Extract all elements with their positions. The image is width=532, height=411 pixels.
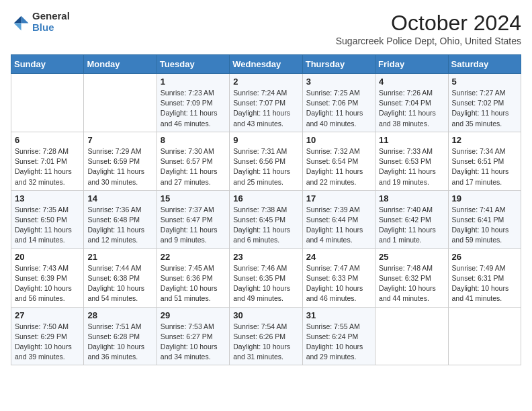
calendar-cell: 13Sunrise: 7:35 AM Sunset: 6:50 PM Dayli… [11,190,84,248]
calendar-cell: 31Sunrise: 7:55 AM Sunset: 6:24 PM Dayli… [302,307,375,365]
week-row-5: 27Sunrise: 7:50 AM Sunset: 6:29 PM Dayli… [11,307,521,365]
day-info: Sunrise: 7:44 AM Sunset: 6:38 PM Dayligh… [87,263,152,304]
day-info: Sunrise: 7:34 AM Sunset: 6:51 PM Dayligh… [452,146,517,187]
calendar-cell [448,307,521,365]
logo-text: General Blue [32,11,70,33]
day-number: 9 [233,135,298,145]
day-number: 28 [87,310,152,320]
day-info: Sunrise: 7:46 AM Sunset: 6:35 PM Dayligh… [233,263,298,304]
day-number: 24 [306,252,371,262]
logo-general-text: General [32,11,70,22]
day-number: 7 [87,135,152,145]
day-info: Sunrise: 7:28 AM Sunset: 7:01 PM Dayligh… [15,146,80,187]
calendar-cell: 28Sunrise: 7:51 AM Sunset: 6:28 PM Dayli… [84,307,157,365]
day-number: 25 [379,252,444,262]
day-number: 22 [161,252,226,262]
calendar-cell: 22Sunrise: 7:45 AM Sunset: 6:36 PM Dayli… [157,248,229,307]
day-info: Sunrise: 7:53 AM Sunset: 6:27 PM Dayligh… [161,322,226,363]
calendar-table: SundayMondayTuesdayWednesdayThursdayFrid… [11,54,521,365]
calendar-header: SundayMondayTuesdayWednesdayThursdayFrid… [11,55,521,74]
day-info: Sunrise: 7:40 AM Sunset: 6:42 PM Dayligh… [379,205,444,246]
logo: General Blue [11,11,70,33]
calendar-cell: 1Sunrise: 7:23 AM Sunset: 7:09 PM Daylig… [157,74,229,132]
calendar-cell [375,307,448,365]
week-row-2: 6Sunrise: 7:28 AM Sunset: 7:01 PM Daylig… [11,132,521,190]
calendar-cell: 23Sunrise: 7:46 AM Sunset: 6:35 PM Dayli… [230,248,302,307]
calendar-cell: 10Sunrise: 7:32 AM Sunset: 6:54 PM Dayli… [302,132,375,190]
calendar-cell [84,74,157,132]
calendar-cell: 16Sunrise: 7:38 AM Sunset: 6:45 PM Dayli… [230,190,302,248]
calendar-cell: 17Sunrise: 7:39 AM Sunset: 6:44 PM Dayli… [302,190,375,248]
day-info: Sunrise: 7:39 AM Sunset: 6:44 PM Dayligh… [306,205,371,246]
day-info: Sunrise: 7:45 AM Sunset: 6:36 PM Dayligh… [161,263,226,304]
day-number: 23 [233,252,298,262]
header-cell-monday: Monday [84,55,157,74]
day-number: 3 [306,77,371,87]
day-info: Sunrise: 7:24 AM Sunset: 7:07 PM Dayligh… [233,88,298,129]
day-info: Sunrise: 7:31 AM Sunset: 6:56 PM Dayligh… [233,146,298,187]
day-number: 21 [87,252,152,262]
day-info: Sunrise: 7:30 AM Sunset: 6:57 PM Dayligh… [161,146,226,187]
day-number: 17 [306,193,371,203]
day-number: 10 [306,135,371,145]
day-info: Sunrise: 7:48 AM Sunset: 6:32 PM Dayligh… [379,263,444,304]
calendar-cell: 9Sunrise: 7:31 AM Sunset: 6:56 PM Daylig… [230,132,302,190]
week-row-3: 13Sunrise: 7:35 AM Sunset: 6:50 PM Dayli… [11,190,521,248]
day-number: 5 [452,77,517,87]
calendar-cell: 4Sunrise: 7:26 AM Sunset: 7:04 PM Daylig… [375,74,448,132]
day-info: Sunrise: 7:23 AM Sunset: 7:09 PM Dayligh… [161,88,226,129]
day-number: 18 [379,193,444,203]
day-number: 26 [452,252,517,262]
calendar-cell: 30Sunrise: 7:54 AM Sunset: 6:26 PM Dayli… [230,307,302,365]
header-cell-sunday: Sunday [11,55,84,74]
calendar-cell: 26Sunrise: 7:49 AM Sunset: 6:31 PM Dayli… [448,248,521,307]
header-cell-thursday: Thursday [302,55,375,74]
calendar-cell: 7Sunrise: 7:29 AM Sunset: 6:59 PM Daylig… [84,132,157,190]
day-info: Sunrise: 7:47 AM Sunset: 6:33 PM Dayligh… [306,263,371,304]
day-info: Sunrise: 7:36 AM Sunset: 6:48 PM Dayligh… [87,205,152,246]
day-info: Sunrise: 7:25 AM Sunset: 7:06 PM Dayligh… [306,88,371,129]
day-number: 1 [161,77,226,87]
header-cell-tuesday: Tuesday [157,55,229,74]
header-cell-wednesday: Wednesday [230,55,302,74]
day-number: 19 [452,193,517,203]
day-number: 2 [233,77,298,87]
day-info: Sunrise: 7:50 AM Sunset: 6:29 PM Dayligh… [15,322,80,363]
calendar-cell: 15Sunrise: 7:37 AM Sunset: 6:47 PM Dayli… [157,190,229,248]
page-header: General Blue October 2024 Sugarcreek Pol… [11,11,521,46]
calendar-cell: 19Sunrise: 7:41 AM Sunset: 6:41 PM Dayli… [448,190,521,248]
calendar-cell: 11Sunrise: 7:33 AM Sunset: 6:53 PM Dayli… [375,132,448,190]
day-number: 16 [233,193,298,203]
week-row-4: 20Sunrise: 7:43 AM Sunset: 6:39 PM Dayli… [11,248,521,307]
calendar-cell: 20Sunrise: 7:43 AM Sunset: 6:39 PM Dayli… [11,248,84,307]
calendar-cell: 18Sunrise: 7:40 AM Sunset: 6:42 PM Dayli… [375,190,448,248]
day-info: Sunrise: 7:54 AM Sunset: 6:26 PM Dayligh… [233,322,298,363]
day-info: Sunrise: 7:35 AM Sunset: 6:50 PM Dayligh… [15,205,80,246]
title-block: October 2024 Sugarcreek Police Dept, Ohi… [336,11,521,46]
logo-icon [11,13,30,32]
day-info: Sunrise: 7:38 AM Sunset: 6:45 PM Dayligh… [233,205,298,246]
header-cell-friday: Friday [375,55,448,74]
day-info: Sunrise: 7:32 AM Sunset: 6:54 PM Dayligh… [306,146,371,187]
month-title: October 2024 [336,11,521,36]
day-number: 27 [15,310,80,320]
day-number: 6 [15,135,80,145]
calendar-cell: 29Sunrise: 7:53 AM Sunset: 6:27 PM Dayli… [157,307,229,365]
calendar-cell [11,74,84,132]
calendar-cell: 12Sunrise: 7:34 AM Sunset: 6:51 PM Dayli… [448,132,521,190]
calendar-cell: 6Sunrise: 7:28 AM Sunset: 7:01 PM Daylig… [11,132,84,190]
day-info: Sunrise: 7:27 AM Sunset: 7:02 PM Dayligh… [452,88,517,129]
day-number: 29 [161,310,226,320]
calendar-cell: 27Sunrise: 7:50 AM Sunset: 6:29 PM Dayli… [11,307,84,365]
day-info: Sunrise: 7:55 AM Sunset: 6:24 PM Dayligh… [306,322,371,363]
calendar-body: 1Sunrise: 7:23 AM Sunset: 7:09 PM Daylig… [11,74,521,365]
week-row-1: 1Sunrise: 7:23 AM Sunset: 7:09 PM Daylig… [11,74,521,132]
day-number: 20 [15,252,80,262]
day-number: 4 [379,77,444,87]
calendar-cell: 8Sunrise: 7:30 AM Sunset: 6:57 PM Daylig… [157,132,229,190]
header-row: SundayMondayTuesdayWednesdayThursdayFrid… [11,55,521,74]
day-info: Sunrise: 7:43 AM Sunset: 6:39 PM Dayligh… [15,263,80,304]
location-subtitle: Sugarcreek Police Dept, Ohio, United Sta… [336,36,521,46]
day-info: Sunrise: 7:29 AM Sunset: 6:59 PM Dayligh… [87,146,152,187]
calendar-cell: 3Sunrise: 7:25 AM Sunset: 7:06 PM Daylig… [302,74,375,132]
